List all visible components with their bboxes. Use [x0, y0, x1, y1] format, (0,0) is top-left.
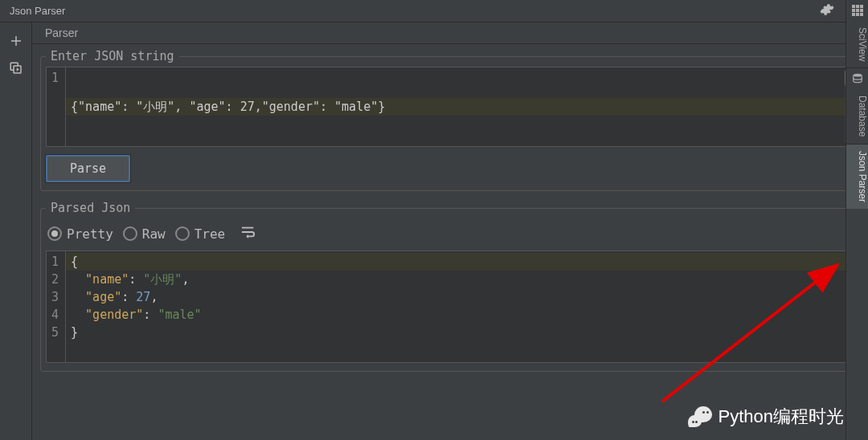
- json-input-editor[interactable]: 1 {"name": "小明", "age": 27,"gender": "ma…: [46, 67, 854, 147]
- database-icon: [852, 73, 863, 88]
- svg-rect-7: [856, 9, 859, 12]
- rail-sciview[interactable]: SciView: [846, 21, 868, 67]
- output-panel: Parsed Json Pretty Raw Tree: [40, 201, 860, 372]
- svg-rect-8: [860, 9, 863, 12]
- svg-rect-4: [856, 5, 859, 8]
- svg-rect-5: [860, 5, 863, 8]
- svg-rect-10: [856, 13, 859, 16]
- input-panel: Enter JSON string 1 {"name": "小明", "age"…: [40, 49, 860, 191]
- gear-icon[interactable]: [820, 2, 834, 20]
- output-code-area: { "name": "小明", "age": 27, "gender": "ma…: [66, 251, 854, 362]
- input-code-area[interactable]: {"name": "小明", "age": 27,"gender": "male…: [66, 67, 854, 146]
- copy-icon[interactable]: [9, 61, 23, 79]
- output-line-gutter: 1 2 3 4 5: [47, 251, 66, 362]
- window-title: Json Parser: [10, 5, 65, 17]
- svg-rect-3: [852, 5, 855, 8]
- view-mode-pretty[interactable]: Pretty: [47, 226, 113, 242]
- view-mode-tree[interactable]: Tree: [175, 226, 226, 242]
- view-mode-raw[interactable]: Raw: [123, 226, 166, 242]
- rail-json-parser[interactable]: Json Parser: [846, 145, 868, 209]
- left-tool-gutter: [0, 22, 32, 440]
- wrap-icon[interactable]: [240, 225, 257, 242]
- rail-database[interactable]: Database: [846, 89, 868, 143]
- input-panel-legend: Enter JSON string: [46, 49, 179, 63]
- titlebar: Json Parser: [0, 0, 868, 22]
- output-panel-legend: Parsed Json: [46, 201, 135, 215]
- view-mode-row: Pretty Raw Tree: [47, 225, 853, 242]
- right-tool-rail: SciView Database Json Parser: [845, 0, 868, 440]
- svg-rect-6: [852, 9, 855, 12]
- grid-icon: [852, 5, 863, 19]
- view-mode-label: Pretty: [67, 226, 113, 242]
- svg-point-12: [853, 74, 862, 77]
- parse-button[interactable]: Parse: [46, 155, 130, 182]
- svg-rect-11: [860, 13, 863, 16]
- svg-rect-9: [852, 13, 855, 16]
- view-mode-label: Raw: [142, 226, 166, 242]
- add-icon[interactable]: [9, 34, 23, 51]
- input-json-text[interactable]: {"name": "小明", "age": 27,"gender": "male…: [71, 100, 385, 114]
- breadcrumb: Parser: [32, 22, 868, 44]
- json-output-editor[interactable]: 1 2 3 4 5 { "name": "小明", "age": 27, "ge…: [46, 251, 854, 363]
- input-line-gutter: 1: [47, 67, 66, 146]
- view-mode-label: Tree: [194, 226, 226, 242]
